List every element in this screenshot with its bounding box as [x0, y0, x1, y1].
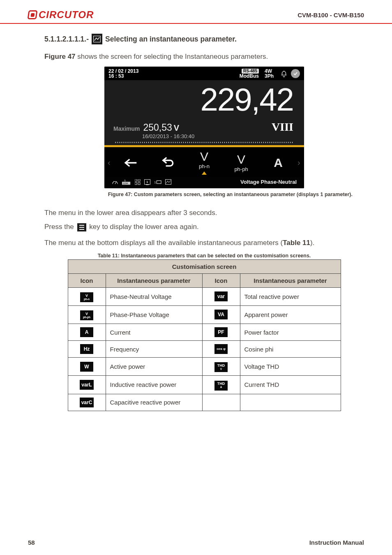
max-timestamp: 16/02/2013 - 16:30:40 — [142, 133, 194, 139]
param-icon: varC — [80, 398, 94, 407]
status-date: 22 / 02 / 2013 — [108, 69, 237, 74]
menu-next-icon[interactable]: › — [297, 158, 302, 167]
icon-cell: Vph-n — [68, 287, 106, 305]
param-label: Current THD — [240, 376, 341, 394]
table-row: HzFrequencycos φCosine phi — [68, 341, 341, 358]
col-param-1: Instantaneous parameter — [106, 273, 202, 287]
param-icon: VA — [214, 310, 228, 319]
ok-check-icon — [291, 69, 300, 78]
param-icon: THDA — [214, 381, 228, 391]
param-icon: A — [80, 327, 93, 337]
icon-cell: A — [68, 324, 106, 341]
icon-cell: THDA — [202, 376, 240, 394]
num-icon: 11234 — [122, 179, 131, 185]
svg-line-3 — [115, 181, 117, 184]
param-label: Cosine phi — [240, 341, 341, 358]
device-footer: 11234 1 1 Voltage Phase-Neutral — [104, 177, 304, 188]
svg-rect-15 — [146, 184, 149, 185]
menu-v-phn[interactable]: V ph-n — [186, 150, 223, 175]
max-label: Maximum — [113, 125, 140, 132]
param-icon: var — [214, 291, 228, 301]
param-label: Phase-Neutral Voltage — [106, 287, 202, 305]
param-label: Active power — [106, 358, 202, 376]
progress-dashes — [115, 142, 293, 143]
param-icon: W — [80, 362, 93, 372]
param-icon: Vph-ph — [80, 310, 93, 320]
section-title: Selecting an instantaneous parameter. — [105, 35, 237, 44]
menu-v-phph[interactable]: V ph-ph — [223, 153, 260, 172]
gauge-icon — [112, 179, 118, 185]
icon-cell: var — [202, 287, 240, 305]
intro-text: Figure 47 shows the screen for selecting… — [44, 53, 364, 61]
menu-back-button[interactable] — [112, 157, 149, 169]
icon-cell: VA — [202, 305, 240, 324]
selected-indicator-icon — [202, 171, 207, 175]
param-label: Power factor — [240, 324, 341, 341]
alarm-icon — [279, 69, 288, 78]
small-chart-icon — [165, 179, 171, 185]
param-icon: varL — [80, 380, 93, 390]
view1-icon: 1 — [154, 180, 161, 185]
svg-rect-17 — [157, 180, 161, 183]
table-row: WActive powerTHDVVoltage THD — [68, 358, 341, 376]
icon-cell — [202, 394, 240, 411]
section-heading: 5.1.1.2.1.1.1.- Selecting an instantaneo… — [44, 34, 364, 44]
page-footer: 58 Instruction Manual — [0, 539, 392, 546]
icon-cell: varL — [68, 376, 106, 394]
param-icon: PF — [214, 327, 228, 337]
param-label: Frequency — [106, 341, 202, 358]
col-param-2: Instantaneous parameter — [240, 273, 341, 287]
param-label: Phase-Phase Voltage — [106, 305, 202, 324]
device-status-bar: 22 / 02 / 2013 16 : 53 RS-485 ModBus 4W … — [104, 67, 304, 80]
param-label: Capacitive reactive power — [106, 394, 202, 411]
param-label: Apparent power — [240, 305, 341, 324]
svg-rect-12 — [138, 183, 140, 185]
table-caption: Table 11: Instantaneous parameters that … — [44, 253, 364, 259]
param-icon: Hz — [80, 344, 93, 354]
svg-text:1: 1 — [125, 179, 126, 182]
note-press-key: Press the key to display the lower area … — [44, 223, 364, 231]
svg-rect-10 — [138, 179, 140, 181]
table-row: Vph-nPhase-Neutral VoltagevarTotal react… — [68, 287, 341, 305]
note-disappear: The menu in the lower area disappears af… — [44, 209, 364, 217]
menu-a[interactable]: A — [260, 157, 297, 169]
max-value: 250,53 — [143, 122, 172, 133]
device-screenshot: 22 / 02 / 2013 16 : 53 RS-485 ModBus 4W … — [104, 67, 304, 188]
table-title: Customisation screen — [68, 259, 341, 273]
logo: CIRCUTOR — [28, 9, 94, 21]
icon-cell: varC — [68, 394, 106, 411]
figure-ref: Figure 47 — [44, 53, 76, 60]
icon-cell: THDV — [202, 358, 240, 376]
wiring-3ph: 3Ph — [265, 74, 274, 79]
col-icon-2: Icon — [202, 273, 240, 287]
icon-cell: Hz — [68, 341, 106, 358]
status-time: 16 : 53 — [108, 74, 237, 79]
param-icon: THDV — [214, 362, 228, 372]
menu-undo-button[interactable] — [149, 157, 186, 169]
logo-icon — [27, 10, 37, 19]
table-row: ACurrentPFPower factor — [68, 324, 341, 341]
menu-key-icon — [77, 223, 86, 231]
icon-cell: Vph-ph — [68, 305, 106, 324]
svg-text:1: 1 — [146, 180, 148, 184]
table-row: varLInductive reactive powerTHDACurrent … — [68, 376, 341, 394]
chart-icon — [92, 34, 102, 44]
svg-text:1234: 1234 — [123, 182, 128, 185]
param-icon: cos φ — [214, 344, 228, 354]
param-label: Total reactive power — [240, 287, 341, 305]
parameters-table: Customisation screen Icon Instantaneous … — [68, 259, 341, 411]
model-label: CVM-B100 - CVM-B150 — [297, 12, 364, 18]
table-row: varCCapacitive reactive power — [68, 394, 341, 411]
menu-prev-icon[interactable]: ‹ — [107, 158, 112, 167]
menu-line: The menu at the bottom displays all the … — [44, 239, 364, 247]
param-label: Voltage THD — [240, 358, 341, 376]
page-header: CIRCUTOR CVM-B100 - CVM-B150 — [0, 0, 392, 24]
page-number: 58 — [28, 539, 35, 546]
svg-marker-1 — [283, 70, 285, 71]
icon-cell: PF — [202, 324, 240, 341]
max-unit: V — [174, 123, 179, 132]
modbus-label: ModBus — [240, 74, 259, 79]
icon-cell: cos φ — [202, 341, 240, 358]
figure-caption: Figure 47: Custom parameters screen, sel… — [44, 192, 364, 197]
manual-label: Instruction Manual — [309, 539, 364, 546]
